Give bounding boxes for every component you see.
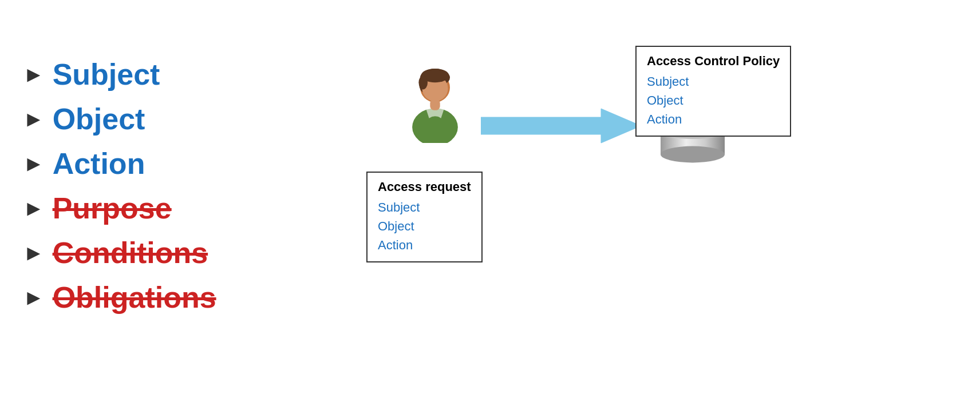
- purpose-label: Purpose: [53, 191, 172, 225]
- diagram-area: Access request Subject Object Action Acc…: [343, 34, 859, 389]
- arrow-icon-6: ►: [23, 285, 45, 310]
- subject-label: Subject: [53, 57, 160, 91]
- access-request-object: Object: [378, 217, 471, 236]
- access-policy-title: Access Control Policy: [647, 54, 780, 69]
- svg-point-5: [418, 75, 428, 89]
- access-policy-subject: Subject: [647, 72, 780, 91]
- access-policy-action: Action: [647, 110, 780, 129]
- svg-rect-7: [430, 99, 440, 110]
- arrow-icon-5: ►: [23, 241, 45, 265]
- action-label: Action: [53, 146, 145, 181]
- bullet-list: ► Subject ► Object ► Action ► Purpose ► …: [23, 57, 216, 315]
- obligations-label: Obligations: [53, 280, 216, 315]
- arrow-icon-1: ►: [23, 62, 45, 87]
- access-request-box: Access request Subject Object Action: [366, 172, 483, 262]
- list-item-subject: ► Subject: [23, 57, 216, 91]
- list-item-conditions: ► Conditions: [23, 236, 216, 270]
- right-arrow-icon: [481, 106, 641, 146]
- list-item-purpose: ► Purpose: [23, 191, 216, 225]
- access-policy-object: Object: [647, 91, 780, 110]
- arrow-icon-2: ►: [23, 107, 45, 132]
- arrow-icon-4: ►: [23, 196, 45, 221]
- access-request-subject: Subject: [378, 198, 471, 217]
- svg-marker-8: [481, 109, 641, 143]
- object-label: Object: [53, 102, 145, 136]
- access-request-action: Action: [378, 236, 471, 254]
- svg-point-10: [661, 146, 725, 163]
- conditions-label: Conditions: [53, 236, 208, 270]
- list-item-object: ► Object: [23, 102, 216, 136]
- access-policy-box: Access Control Policy Subject Object Act…: [635, 46, 791, 137]
- list-item-obligations: ► Obligations: [23, 280, 216, 315]
- arrow-icon-3: ►: [23, 152, 45, 176]
- person-icon: [401, 69, 469, 143]
- access-request-title: Access request: [378, 180, 471, 194]
- list-item-action: ► Action: [23, 146, 216, 181]
